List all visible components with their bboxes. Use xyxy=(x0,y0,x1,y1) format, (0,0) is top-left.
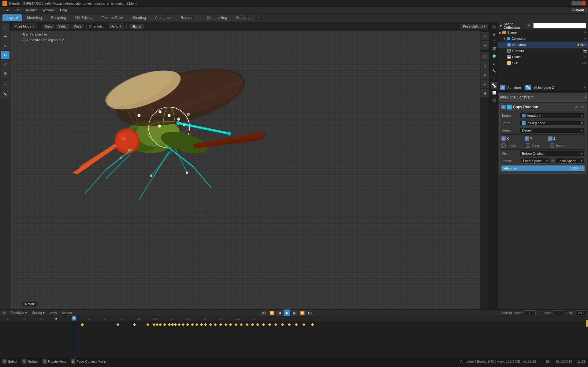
current-frame-input[interactable]: 0 xyxy=(525,310,536,315)
mix-dropdown[interactable]: Before Original xyxy=(520,151,585,156)
space-from-selector[interactable]: Local Space xyxy=(521,158,550,164)
keyframe-0[interactable] xyxy=(80,323,84,326)
y-axis-checkbox[interactable]: ✓ xyxy=(525,136,529,141)
vp-xray-toggle[interactable]: ◈ xyxy=(481,70,489,79)
tool-transform[interactable]: ⊞ xyxy=(1,69,9,78)
constraint-delete-button[interactable]: ✕ xyxy=(580,105,585,109)
z-axis-checkbox[interactable]: ✓ xyxy=(548,136,553,141)
keyframe-9[interactable] xyxy=(171,323,174,326)
keyframe-1[interactable] xyxy=(117,323,120,326)
keyframe-11[interactable] xyxy=(178,323,181,326)
timeline-body[interactable]: -60 -40 -20 0 20 40 60 80 100 120 140 16… xyxy=(0,316,588,358)
add-bone-constraint-button[interactable]: Add Bone Constraint ▾ xyxy=(499,93,587,102)
prop-header-close[interactable]: ✕ xyxy=(583,86,586,89)
sc-search-input[interactable] xyxy=(533,23,586,28)
prev-frame-btn[interactable]: ⏪ xyxy=(268,310,275,316)
bone-clear-btn[interactable]: ✕ xyxy=(580,121,583,125)
prop-tab-object[interactable]: ▲ xyxy=(491,60,497,67)
close-button[interactable] xyxy=(581,1,586,6)
vp-zoom-in[interactable]: + xyxy=(481,32,489,40)
tool-measure[interactable]: 📏 xyxy=(1,90,9,98)
sc-filter-btn[interactable]: ⚙ xyxy=(527,23,532,28)
vp-shading-render[interactable]: ◕ xyxy=(481,89,489,97)
keyframe-30[interactable] xyxy=(274,323,277,326)
invert-z-checkbox[interactable] xyxy=(550,143,554,148)
menu-render[interactable]: Render xyxy=(24,8,39,13)
prop-tab-data[interactable]: 📊 xyxy=(491,89,497,96)
keyframe-8[interactable] xyxy=(168,323,171,326)
x-axis-checkbox[interactable]: ✓ xyxy=(501,136,506,141)
maximize-button[interactable] xyxy=(576,1,581,6)
tool-annotate[interactable]: ✏ xyxy=(1,81,9,89)
marker-menu[interactable]: Marker xyxy=(61,311,73,315)
sc-item-scene[interactable]: ▶ S Scene 👁 xyxy=(498,29,588,35)
keyframe-4[interactable] xyxy=(153,323,156,326)
menu-help[interactable]: Help xyxy=(58,8,69,13)
viewport-pose-menu[interactable]: Pose xyxy=(71,24,84,29)
prop-tab-material[interactable]: ⬛ xyxy=(491,97,497,103)
main-viewport[interactable]: Pose Mode View Select Pose Orientation: … xyxy=(10,22,489,309)
keyframe-14[interactable] xyxy=(191,323,194,326)
keyframe-22[interactable] xyxy=(229,323,232,326)
next-keyframe-btn[interactable]: ▶ xyxy=(291,310,298,316)
space-to-selector[interactable]: Local Space xyxy=(556,158,585,164)
order-dropdown[interactable]: Default xyxy=(520,128,585,133)
constraint-visibility-toggle[interactable]: 👁 xyxy=(574,105,579,109)
prop-tab-view-layer[interactable]: ◫ xyxy=(491,38,497,45)
prop-tab-render[interactable]: 🎥 xyxy=(491,23,497,30)
sc-item-armature[interactable]: A Armature ⚡🎭👁 xyxy=(498,42,588,48)
keyframe-13[interactable] xyxy=(186,323,189,326)
menu-window[interactable]: Window xyxy=(40,8,57,13)
keyframe-34[interactable] xyxy=(303,323,306,326)
vp-camera-view[interactable]: 🎥 xyxy=(481,52,489,61)
keyframe-20[interactable] xyxy=(219,323,222,326)
sc-item-plane[interactable]: ▬ Plane 👁 xyxy=(498,54,588,60)
add-workspace-button[interactable]: + xyxy=(255,14,262,21)
vp-zoom-out[interactable]: − xyxy=(481,41,489,50)
invert-y-checkbox[interactable] xyxy=(526,143,530,148)
keyframe-33[interactable] xyxy=(295,323,298,326)
prop-tab-modifier[interactable]: 🔧 xyxy=(491,67,497,74)
orientation-selector[interactable]: Default xyxy=(108,24,124,29)
tab-rendering[interactable]: Rendering xyxy=(176,14,202,21)
keyframe-12[interactable] xyxy=(182,323,185,326)
prev-keyframe-btn[interactable]: ◀ xyxy=(276,310,283,316)
keyframe-6[interactable] xyxy=(159,323,162,326)
timeline-track[interactable]: 0 xyxy=(0,321,588,358)
next-frame-btn[interactable]: ⏩ xyxy=(299,310,306,316)
jump-end-btn[interactable]: ⏭ xyxy=(307,310,313,316)
menu-layout-active[interactable]: Layout xyxy=(571,8,587,13)
keyframe-28[interactable] xyxy=(262,323,265,326)
tab-scripting[interactable]: Scripting xyxy=(232,14,255,21)
menu-edit[interactable]: Edit xyxy=(12,8,23,13)
mosquito-model[interactable] xyxy=(23,37,267,218)
keyframe-24[interactable] xyxy=(240,323,243,326)
keyframe-26[interactable] xyxy=(251,323,254,326)
influence-slider[interactable]: Influence 1.000 ✕ xyxy=(501,165,585,171)
tool-scale[interactable]: ⤢ xyxy=(1,60,9,69)
vp-overlay-toggle[interactable]: ⊙ xyxy=(481,61,489,70)
tab-shading[interactable]: Shading xyxy=(128,14,150,21)
sc-item-sun[interactable]: ☀ Sun ✦👁 xyxy=(498,60,588,66)
keyframe-25[interactable] xyxy=(246,323,249,326)
tool-move[interactable]: ⊕ xyxy=(1,42,9,50)
keyframe-19[interactable] xyxy=(214,323,217,326)
tool-select-box[interactable]: ⬚ xyxy=(1,23,9,32)
timeline-type-icon[interactable]: ⏱ xyxy=(2,310,7,315)
keyframe-29[interactable] xyxy=(268,323,271,326)
sc-item-camera[interactable]: 🎥 Camera 📷 xyxy=(498,48,588,54)
viewport-select-menu[interactable]: Select xyxy=(56,24,70,29)
keyframe-2[interactable] xyxy=(133,323,136,326)
keyframe-35[interactable] xyxy=(311,323,314,326)
prop-tab-particles[interactable]: ✦ xyxy=(491,75,497,81)
global-transform[interactable]: Global xyxy=(129,24,144,29)
keyframe-15[interactable] xyxy=(195,323,199,326)
keyframe-32[interactable] xyxy=(288,323,291,326)
sc-scene-visibility[interactable]: 👁 xyxy=(584,31,587,34)
target-value[interactable]: Armature ✕ xyxy=(520,113,585,118)
keyframe-27[interactable] xyxy=(256,323,259,326)
keyframe-10[interactable] xyxy=(174,323,177,326)
tool-rotate[interactable]: ↻ xyxy=(1,51,9,59)
tab-modeling[interactable]: Modeling xyxy=(23,14,46,21)
pose-mode-selector[interactable]: Pose Mode xyxy=(12,24,37,29)
